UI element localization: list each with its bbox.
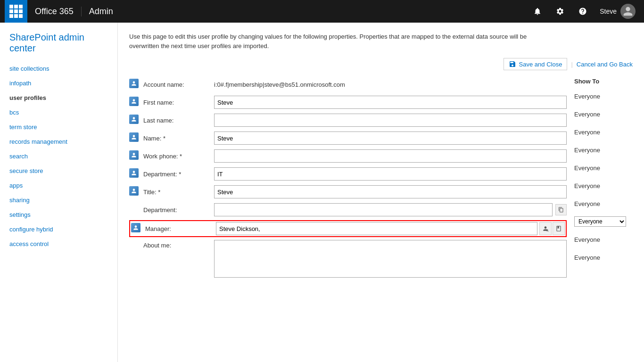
page-title: SharePoint admin center xyxy=(0,27,117,61)
sidebar-item-sharing[interactable]: sharing xyxy=(0,193,117,207)
manager-field-icon xyxy=(131,223,142,234)
department-req-label: Department: * xyxy=(143,171,214,178)
sidebar-item-secure-store[interactable]: secure store xyxy=(0,164,117,178)
cancel-and-go-back-button[interactable]: Cancel and Go Back xyxy=(577,59,633,70)
show-to-account-name: Everyone xyxy=(574,89,633,104)
sidebar: SharePoint admin center site collections… xyxy=(0,23,118,362)
last-name-label: Last name: xyxy=(143,117,214,124)
show-to-header: Show To xyxy=(574,77,633,85)
sidebar-item-records-management[interactable]: records management xyxy=(0,134,117,149)
office365-label: Office 365 xyxy=(27,7,82,16)
topbar: Office 365 Admin Steve xyxy=(0,0,644,23)
sidebar-item-infopath[interactable]: infopath xyxy=(0,76,117,90)
show-to-first-name: Everyone xyxy=(574,107,633,122)
show-to-name: Everyone xyxy=(574,142,633,157)
account-name-value: i:0#.f|membership|steve@bs51.onmicrosoft… xyxy=(214,81,567,88)
show-to-work-phone: Everyone xyxy=(574,160,633,175)
department-icons xyxy=(555,204,567,215)
manager-browse-button[interactable] xyxy=(539,222,552,235)
show-to-department: Everyone Only Me My Manager xyxy=(574,214,633,229)
work-phone-label: Work phone: * xyxy=(143,153,214,160)
main-content: Use this page to edit this user profile … xyxy=(118,23,644,362)
department-copy-button[interactable] xyxy=(555,204,567,215)
name-field-icon xyxy=(129,132,140,144)
department-req-row: Department: * xyxy=(129,166,567,181)
name-label: Name: * xyxy=(143,135,214,142)
floppy-icon xyxy=(509,60,516,68)
admin-label: Admin xyxy=(82,7,121,16)
sidebar-item-configure-hybrid[interactable]: configure hybrid xyxy=(0,222,117,237)
manager-label: Manager: xyxy=(145,225,216,232)
first-name-field-icon xyxy=(129,97,140,108)
department-req-input[interactable] xyxy=(214,167,567,181)
show-to-column: Show To Everyone Everyone Everyone Every… xyxy=(567,77,633,280)
title-row: Title: * xyxy=(129,184,567,199)
person-search-icon xyxy=(542,225,549,232)
manager-row: Manager: xyxy=(129,220,567,237)
show-to-department-req: Everyone xyxy=(574,178,633,193)
copy-icon xyxy=(558,207,564,213)
show-to-rows: Everyone Everyone Everyone Everyone Ever… xyxy=(574,89,633,265)
sidebar-item-settings[interactable]: settings xyxy=(0,207,117,222)
department-input[interactable] xyxy=(214,203,553,216)
book-icon xyxy=(555,225,562,232)
settings-button[interactable] xyxy=(551,2,570,21)
title-input[interactable] xyxy=(214,185,567,198)
account-name-label: Account name: xyxy=(143,81,214,88)
description-text: Use this page to edit this user profile … xyxy=(129,32,535,50)
name-input[interactable] xyxy=(214,132,567,145)
user-menu[interactable]: Steve xyxy=(596,4,639,19)
manager-field-area xyxy=(216,222,565,235)
toolbar: Save and Close | Cancel and Go Back xyxy=(129,58,633,70)
show-to-department-select[interactable]: Everyone Only Me My Manager xyxy=(574,216,626,227)
first-name-label: First name: xyxy=(143,99,214,106)
sidebar-item-user-profiles[interactable]: user profiles xyxy=(0,90,117,105)
sidebar-item-access-control[interactable]: access control xyxy=(0,237,117,251)
department-req-field-icon xyxy=(129,168,140,180)
last-name-input[interactable] xyxy=(214,114,567,127)
manager-icons xyxy=(539,222,565,235)
sidebar-item-bcs[interactable]: bcs xyxy=(0,105,117,120)
save-and-close-button[interactable]: Save and Close xyxy=(504,58,568,70)
account-name-row: Account name: i:0#.f|membership|steve@bs… xyxy=(129,77,567,92)
svg-line-1 xyxy=(548,231,548,231)
manager-book-button[interactable] xyxy=(553,222,565,235)
department-row: Department: xyxy=(129,202,567,217)
toolbar-divider: | xyxy=(569,61,574,68)
page-layout: SharePoint admin center site collections… xyxy=(0,23,644,362)
last-name-row: Last name: xyxy=(129,113,567,128)
title-label: Title: * xyxy=(143,189,214,196)
avatar xyxy=(620,4,636,19)
help-icon xyxy=(578,7,587,16)
user-name-label: Steve xyxy=(600,8,617,15)
form-fields: Account name: i:0#.f|membership|steve@bs… xyxy=(129,77,567,280)
help-button[interactable] xyxy=(573,2,592,21)
grid-menu-button[interactable] xyxy=(5,0,27,23)
sidebar-item-apps[interactable]: apps xyxy=(0,178,117,193)
work-phone-field-icon xyxy=(129,150,140,162)
manager-input[interactable] xyxy=(216,222,537,235)
show-to-title: Everyone xyxy=(574,196,633,211)
form-container: Account name: i:0#.f|membership|steve@bs… xyxy=(129,77,633,280)
work-phone-input[interactable] xyxy=(214,149,567,163)
grid-icon xyxy=(9,5,23,18)
sidebar-item-site-collections[interactable]: site collections xyxy=(0,61,117,76)
show-to-manager: Everyone xyxy=(574,232,633,247)
account-name-field-icon xyxy=(129,79,140,90)
sidebar-item-search[interactable]: search xyxy=(0,149,117,164)
notification-button[interactable] xyxy=(528,2,547,21)
last-name-field-icon xyxy=(129,115,140,126)
about-me-row: About me: xyxy=(129,240,567,278)
about-me-textarea[interactable] xyxy=(214,240,567,278)
gear-icon xyxy=(556,7,564,16)
sidebar-item-term-store[interactable]: term store xyxy=(0,120,117,134)
bell-icon xyxy=(533,7,542,16)
first-name-input[interactable] xyxy=(214,96,567,109)
work-phone-row: Work phone: * xyxy=(129,148,567,164)
department-field-area xyxy=(214,203,567,216)
about-me-label: About me: xyxy=(143,240,214,249)
show-to-last-name: Everyone xyxy=(574,124,633,140)
first-name-row: First name: xyxy=(129,95,567,110)
name-row: Name: * xyxy=(129,131,567,146)
show-to-about-me: Everyone xyxy=(574,250,633,265)
